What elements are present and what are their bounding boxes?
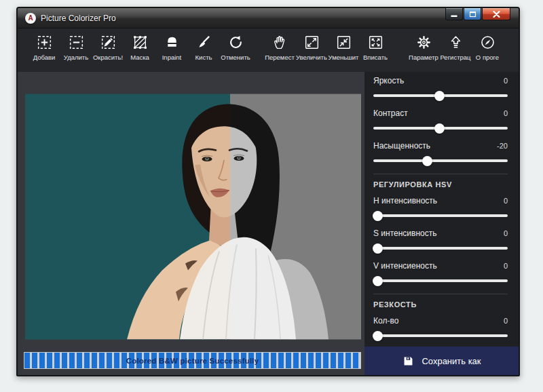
save-as-button[interactable]: Сохранить как bbox=[364, 347, 519, 375]
window-controls bbox=[445, 8, 510, 20]
slider-label: V интенсиеность bbox=[373, 261, 437, 271]
slider-thumb[interactable] bbox=[373, 211, 383, 221]
slider-brightness: Яркость 0 bbox=[373, 76, 508, 101]
toolbar-label: Inpaint bbox=[162, 54, 182, 61]
slider-thumb[interactable] bbox=[434, 123, 445, 134]
section-header-sharpness: РЕЗКОСТЬ bbox=[373, 300, 508, 309]
zoom-out-icon bbox=[335, 33, 353, 52]
toolbar: Добави Удалить Окрасить! bbox=[18, 28, 519, 72]
select-add-icon bbox=[35, 33, 54, 52]
toolbar-label: Окрасить! bbox=[93, 54, 123, 61]
progress-bar: Colored B&W picture Successfully bbox=[24, 352, 361, 369]
close-button[interactable] bbox=[482, 8, 510, 20]
fit-screen-icon bbox=[367, 33, 385, 52]
slider-value: 0 bbox=[504, 317, 508, 325]
save-floppy-icon bbox=[402, 355, 415, 368]
slider-label: Контраст bbox=[373, 109, 408, 118]
toolbar-zoom-in[interactable]: Увеличить bbox=[296, 33, 327, 61]
section-hsv: РЕГУЛИРОВКА HSV H интенсивность 0 bbox=[373, 174, 508, 286]
toolbar-label: Кисть bbox=[195, 54, 212, 61]
select-remove-icon bbox=[67, 33, 86, 52]
slider-track[interactable] bbox=[373, 90, 508, 101]
slider-label: H интенсивность bbox=[373, 196, 437, 205]
app-window: A Picture Colorizer Pro bbox=[16, 7, 520, 376]
minimize-icon bbox=[451, 11, 457, 18]
inpaint-icon bbox=[163, 33, 181, 52]
slider-track-line bbox=[373, 214, 508, 217]
window-title: Picture Colorizer Pro bbox=[41, 14, 116, 23]
zoom-in-icon bbox=[303, 33, 321, 52]
maximize-icon bbox=[469, 11, 476, 18]
minimize-button[interactable] bbox=[445, 8, 463, 20]
app-logo-letter: A bbox=[28, 15, 33, 22]
slider-thumb[interactable] bbox=[422, 156, 432, 166]
maximize-button[interactable] bbox=[464, 8, 481, 20]
slider-thumb[interactable] bbox=[373, 243, 383, 254]
slider-value: 0 bbox=[504, 197, 508, 205]
toolbar-label: Параметр bbox=[409, 54, 438, 61]
toolbar-fit[interactable]: Вписать bbox=[360, 33, 391, 61]
section-sharpness: РЕЗКОСТЬ Кол-во 0 bbox=[373, 294, 508, 341]
toolbar-label: Регистрац bbox=[440, 54, 470, 61]
slider-v-intensity: V интенсиеность 0 bbox=[373, 261, 508, 286]
slider-value: 0 bbox=[504, 109, 508, 117]
toolbar-label: Маска bbox=[130, 54, 149, 61]
slider-thumb[interactable] bbox=[373, 331, 383, 341]
toolbar-undo[interactable]: Отменить bbox=[220, 33, 251, 61]
slider-track[interactable] bbox=[373, 275, 508, 286]
toolbar-register[interactable]: Регистрац bbox=[440, 33, 471, 61]
slider-contrast: Контраст 0 bbox=[373, 109, 508, 134]
slider-track-line bbox=[373, 279, 508, 282]
toolbar-about[interactable]: О проге bbox=[472, 33, 503, 61]
slider-value: 0 bbox=[504, 77, 508, 85]
main-area: Colored B&W picture Successfully Яркость… bbox=[18, 72, 519, 375]
slider-track-line bbox=[373, 334, 508, 337]
toolbar-label: О проге bbox=[476, 54, 499, 61]
slider-track[interactable] bbox=[373, 123, 508, 134]
slider-track[interactable] bbox=[373, 330, 508, 341]
canvas-pane: Colored B&W picture Successfully bbox=[18, 72, 364, 375]
section-header-hsv: РЕГУЛИРОВКА HSV bbox=[373, 180, 508, 189]
slider-label: Кол-во bbox=[373, 316, 398, 326]
toolbar-label: Отменить bbox=[221, 54, 250, 61]
slider-thumb[interactable] bbox=[434, 91, 445, 101]
toolbar-label: Увеличить bbox=[296, 54, 327, 61]
progress-status-text: Colored B&W picture Successfully bbox=[126, 357, 259, 365]
image-canvas[interactable] bbox=[25, 94, 361, 340]
titlebar[interactable]: A Picture Colorizer Pro bbox=[18, 8, 519, 28]
save-as-label: Сохранить как bbox=[422, 356, 481, 366]
toolbar-label: Удалить bbox=[64, 54, 88, 61]
toolbar-pan[interactable]: Перемест bbox=[264, 33, 295, 61]
toolbar-label: Добави bbox=[33, 54, 56, 61]
toolbar-settings[interactable]: Параметр bbox=[408, 33, 439, 61]
toolbar-add[interactable]: Добави bbox=[29, 33, 60, 61]
slider-saturation: Насыщенность -20 bbox=[373, 141, 508, 166]
slider-thumb[interactable] bbox=[373, 276, 383, 286]
slider-h-intensity: H интенсивность 0 bbox=[373, 196, 508, 221]
slider-track[interactable] bbox=[373, 210, 508, 221]
register-icon bbox=[447, 33, 465, 52]
slider-label: S интенсивность bbox=[373, 229, 436, 238]
slider-value: -20 bbox=[497, 142, 508, 150]
slider-track-line bbox=[373, 247, 508, 250]
toolbar-mask[interactable]: Маска bbox=[124, 33, 155, 61]
toolbar-label: Уменьшит bbox=[329, 54, 359, 61]
app-logo-icon: A bbox=[25, 13, 36, 24]
slider-track[interactable] bbox=[373, 243, 508, 254]
toolbar-brush[interactable]: Кисть bbox=[188, 33, 219, 61]
toolbar-inpaint[interactable]: Inpaint bbox=[156, 33, 187, 61]
slider-label: Яркость bbox=[373, 76, 404, 85]
portrait-photo bbox=[25, 94, 361, 340]
undo-icon bbox=[227, 33, 245, 52]
brush-icon bbox=[195, 33, 213, 52]
toolbar-remove[interactable]: Удалить bbox=[60, 33, 92, 61]
mask-icon bbox=[131, 33, 149, 52]
toolbar-zoom-out[interactable]: Уменьшит bbox=[328, 33, 359, 61]
toolbar-colorize[interactable]: Окрасить! bbox=[92, 33, 124, 61]
slider-value: 0 bbox=[504, 262, 508, 270]
slider-track[interactable] bbox=[373, 155, 508, 166]
about-compass-icon bbox=[479, 33, 497, 52]
settings-gear-icon bbox=[415, 33, 433, 52]
desktop-background: A Picture Colorizer Pro bbox=[0, 0, 543, 392]
colorize-icon bbox=[99, 33, 117, 52]
